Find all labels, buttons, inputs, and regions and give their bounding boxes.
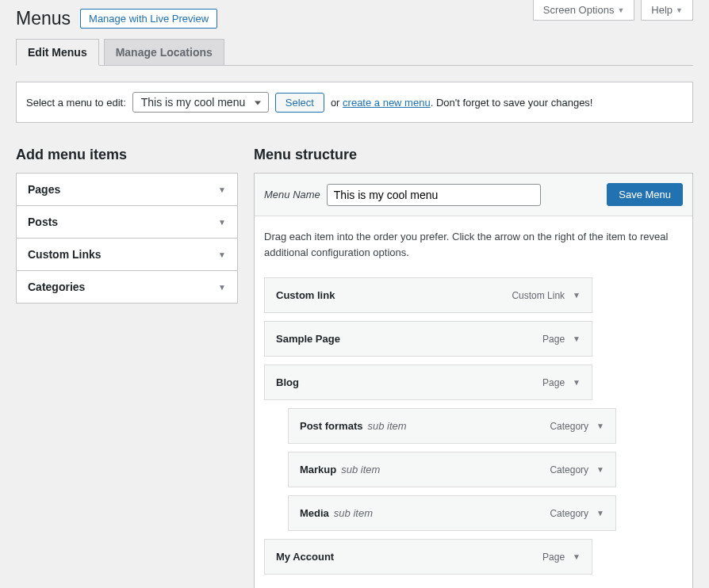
menu-edit-panel: Menu Name Save Menu Drag each item into … <box>254 173 693 588</box>
save-menu-button[interactable]: Save Menu <box>607 183 683 206</box>
menu-name-input[interactable] <box>327 184 541 206</box>
caret-down-icon: ▼ <box>218 218 226 227</box>
menu-item-type: Custom Link <box>512 290 565 301</box>
menu-item-type: Category <box>550 421 588 432</box>
caret-down-icon[interactable]: ▼ <box>573 291 581 300</box>
menu-item[interactable]: Post formatssub itemCategory▼ <box>288 408 616 444</box>
menu-item[interactable]: Sample PagePage▼ <box>264 321 592 357</box>
accordion-categories[interactable]: Categories ▼ <box>17 271 237 303</box>
accordion-label: Posts <box>28 216 58 228</box>
page-title: Menus <box>16 8 71 29</box>
menu-item-type: Category <box>550 508 588 519</box>
reminder-text: . Don't forget to save your changes! <box>431 97 593 109</box>
create-menu-link[interactable]: create a new menu <box>343 97 431 109</box>
nav-tabs: Edit Menus Manage Locations <box>16 39 693 66</box>
menu-item[interactable]: Markupsub itemCategory▼ <box>288 452 616 487</box>
menu-item-title: Markup <box>300 464 336 475</box>
menu-name-label: Menu Name <box>264 189 320 200</box>
accordion-label: Pages <box>28 183 60 196</box>
selector-rest: or create a new menu. Don't forget to sa… <box>331 97 593 109</box>
live-preview-button[interactable]: Manage with Live Preview <box>80 9 217 29</box>
menu-item-title: Media <box>300 507 329 519</box>
caret-down-icon: ▼ <box>676 6 683 14</box>
menu-item-title: My Account <box>276 551 334 563</box>
accordion-label: Custom Links <box>28 248 102 261</box>
instructions-text: Drag each item into the order you prefer… <box>264 229 683 260</box>
menu-item-type: Page <box>542 552 565 563</box>
caret-down-icon[interactable]: ▼ <box>596 465 604 474</box>
menu-items-list: Custom linkCustom Link▼Sample PagePage▼B… <box>264 277 683 575</box>
tab-manage-locations[interactable]: Manage Locations <box>104 39 224 65</box>
main-columns: Add menu items Pages ▼ Posts ▼ Custom Li… <box>16 147 693 588</box>
help-label: Help <box>651 4 673 16</box>
menu-item[interactable]: Custom linkCustom Link▼ <box>264 277 592 313</box>
caret-down-icon: ▼ <box>218 185 226 194</box>
menu-select-wrap: This is my cool menu <box>132 92 269 113</box>
menu-selector-bar: Select a menu to edit: This is my cool m… <box>16 82 693 123</box>
screen-options-label: Screen Options <box>543 4 615 16</box>
caret-down-icon[interactable]: ▼ <box>596 509 604 517</box>
menu-item[interactable]: My AccountPage▼ <box>264 539 592 575</box>
menu-item-title: Sample Page <box>276 333 340 345</box>
menu-item-title: Custom link <box>276 289 335 301</box>
caret-down-icon[interactable]: ▼ <box>573 378 581 387</box>
menu-item-sublabel: sub item <box>341 464 380 475</box>
menu-item-title: Blog <box>276 376 299 388</box>
screen-options-button[interactable]: Screen Options ▼ <box>533 0 635 21</box>
menu-item-title: Post formats <box>300 420 362 432</box>
menu-item-sublabel: sub item <box>334 507 373 519</box>
menu-item-type: Page <box>542 334 565 345</box>
help-button[interactable]: Help ▼ <box>641 0 693 21</box>
caret-down-icon: ▼ <box>218 250 226 259</box>
accordion-posts[interactable]: Posts ▼ <box>17 206 237 239</box>
add-items-title: Add menu items <box>16 147 238 163</box>
menu-item[interactable]: BlogPage▼ <box>264 365 592 400</box>
menu-edit-body: Drag each item into the order you prefer… <box>255 216 692 588</box>
accordion-pages[interactable]: Pages ▼ <box>17 174 237 206</box>
selector-label: Select a menu to edit: <box>26 97 126 109</box>
accordion: Pages ▼ Posts ▼ Custom Links ▼ Categorie… <box>16 173 238 304</box>
caret-down-icon: ▼ <box>218 283 226 292</box>
caret-down-icon[interactable]: ▼ <box>573 552 581 561</box>
left-column: Add menu items Pages ▼ Posts ▼ Custom Li… <box>16 147 238 588</box>
or-text: or <box>331 97 340 109</box>
caret-down-icon[interactable]: ▼ <box>596 422 604 430</box>
menu-item-type: Category <box>550 464 588 475</box>
right-column: Menu structure Menu Name Save Menu Drag … <box>254 147 693 588</box>
menu-item[interactable]: Mediasub itemCategory▼ <box>288 495 616 531</box>
caret-down-icon: ▼ <box>617 6 624 14</box>
accordion-label: Categories <box>28 281 85 293</box>
menu-select[interactable]: This is my cool menu <box>132 92 269 113</box>
screen-meta-links: Screen Options ▼ Help ▼ <box>533 0 693 21</box>
menu-item-type: Page <box>542 377 565 388</box>
accordion-custom-links[interactable]: Custom Links ▼ <box>17 239 237 271</box>
menu-edit-header: Menu Name Save Menu <box>255 174 692 216</box>
tab-edit-menus[interactable]: Edit Menus <box>16 39 99 66</box>
caret-down-icon[interactable]: ▼ <box>573 334 581 343</box>
select-button[interactable]: Select <box>275 93 324 113</box>
menu-structure-title: Menu structure <box>254 147 693 163</box>
menu-item-sublabel: sub item <box>367 420 406 432</box>
